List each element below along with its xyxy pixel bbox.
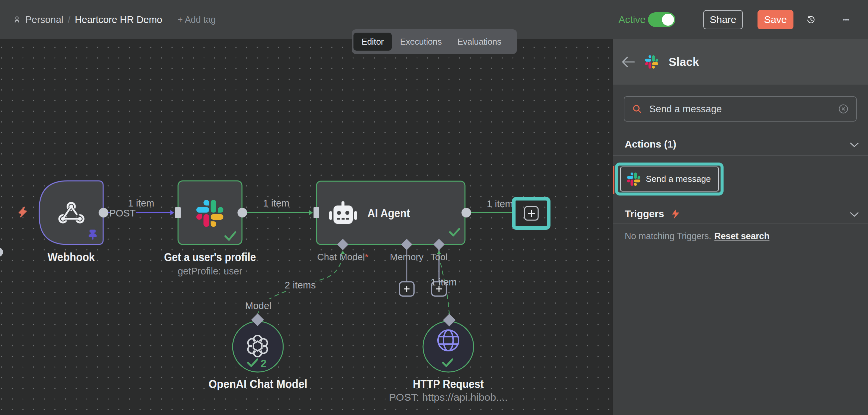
svg-text:Memory: Memory <box>390 252 423 262</box>
svg-text:1 item: 1 item <box>263 198 289 208</box>
svg-text:1 item: 1 item <box>128 198 154 208</box>
svg-text:1 item: 1 item <box>487 199 513 209</box>
svg-text:Model: Model <box>245 300 272 311</box>
svg-text:Tool: Tool <box>430 252 447 262</box>
svg-text:2 items: 2 items <box>285 280 315 291</box>
svg-text:getProfile: user: getProfile: user <box>178 265 242 276</box>
svg-text:OpenAI Chat Model: OpenAI Chat Model <box>209 377 308 390</box>
svg-text:HTTP Request: HTTP Request <box>413 377 484 390</box>
svg-text:AI Agent: AI Agent <box>367 207 410 219</box>
svg-text:Webhook: Webhook <box>48 250 95 263</box>
svg-text:1 item: 1 item <box>431 277 457 288</box>
svg-text:POST: POST <box>110 208 136 218</box>
svg-text:2: 2 <box>260 357 267 369</box>
svg-text:POST: https://api.hibob....: POST: https://api.hibob.... <box>389 392 508 403</box>
svg-text:Chat Model*: Chat Model* <box>317 252 368 262</box>
svg-text:Get a user's profile: Get a user's profile <box>164 250 256 263</box>
